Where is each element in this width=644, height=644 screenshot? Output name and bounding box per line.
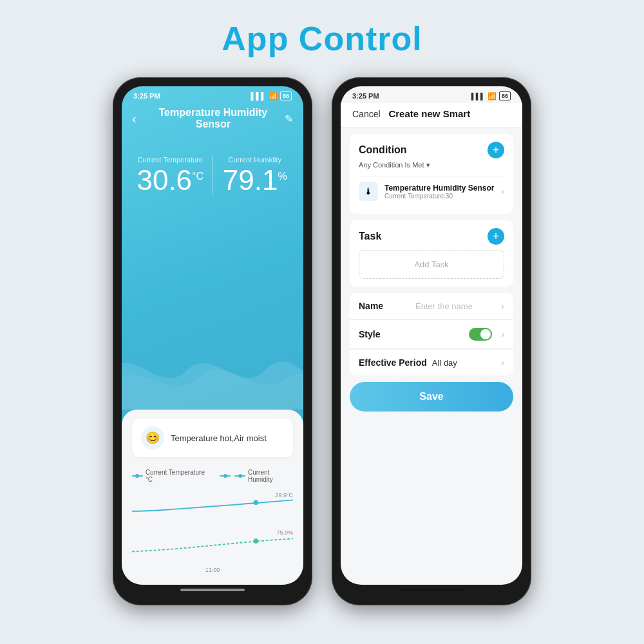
metrics-section: Current Temperature 30.6°C Current Humid… — [122, 137, 303, 207]
style-chevron[interactable]: › — [501, 329, 504, 339]
phone-2: 3:25 PM ▌▌▌ 📶 86 Cancel Create new Smart — [332, 77, 531, 605]
phone1-screen: 3:25 PM ▌▌▌ 📶 86 ‹ Temperature Humidity … — [122, 86, 303, 585]
temp-value: 30.6°C — [135, 166, 206, 194]
name-placeholder[interactable]: Enter the name — [410, 301, 501, 311]
form-fields: Name Enter the name › Style › — [350, 293, 513, 375]
sensor-chevron[interactable]: › — [501, 186, 504, 196]
humidity-metric: Current Humidity 79.1% — [220, 156, 291, 194]
save-button[interactable]: Save — [350, 382, 513, 412]
legend-humidity-line2 — [234, 475, 245, 477]
style-toggle[interactable] — [469, 328, 492, 341]
name-chevron[interactable]: › — [501, 301, 504, 311]
style-label: Style — [359, 329, 410, 339]
condition-subtitle: Any Condition Is Met ▾ — [359, 161, 504, 169]
legend-humidity-line — [220, 475, 231, 477]
name-row: Name Enter the name › — [350, 293, 513, 319]
task-add-button[interactable]: + — [488, 228, 504, 245]
temp-label: Current Temperature — [135, 156, 206, 164]
phone1-home-indicator — [180, 589, 245, 591]
chart-area: 29.9°C 75.9% 11:00 — [132, 487, 293, 576]
phone2-status-bar: 3:25 PM ▌▌▌ 📶 86 — [341, 86, 522, 103]
legend-temp-label: Current Temperature °C — [146, 469, 209, 483]
phone2-wifi-icon: 📶 — [488, 92, 497, 100]
legend-temp: Current Temperature °C — [132, 469, 209, 483]
status-emoji: 😊 — [141, 426, 164, 450]
phone2-content: Condition + Any Condition Is Met ▾ 🌡 Tem… — [341, 128, 522, 585]
style-right: › — [469, 328, 504, 341]
svg-point-1 — [253, 538, 258, 544]
humidity-chart: 75.9% — [132, 529, 293, 562]
phones-container: 3:25 PM ▌▌▌ 📶 86 ‹ Temperature Humidity … — [113, 77, 531, 605]
sensor-icon: 🌡 — [359, 182, 378, 201]
condition-dropdown-arrow[interactable]: ▾ — [426, 161, 430, 169]
chart-legend: Current Temperature °C Current Humidity — [132, 465, 293, 487]
edit-button[interactable]: ✎ — [285, 113, 293, 125]
style-row: Style › — [350, 319, 513, 349]
wave-svg — [122, 332, 303, 410]
phone1-status-bar: 3:25 PM ▌▌▌ 📶 86 — [122, 86, 303, 103]
legend-humidity: Current Humidity — [220, 469, 293, 483]
wifi-icon: 📶 — [269, 92, 278, 100]
status-message: Temperature hot,Air moist — [171, 433, 267, 443]
phone2-time: 3:25 PM — [352, 92, 379, 100]
humidity-unit: % — [278, 171, 287, 182]
task-header: Task + — [359, 228, 504, 245]
humidity-value: 79.1% — [220, 166, 291, 194]
phone1-bottom-section: 😊 Temperature hot,Air moist Current Temp… — [122, 410, 303, 585]
humidity-label: Current Humidity — [220, 156, 291, 164]
chart-time-label: 11:00 — [132, 567, 293, 573]
cancel-button[interactable]: Cancel — [352, 109, 381, 119]
phone2-header: Cancel Create new Smart — [341, 103, 522, 128]
temp-unit: °C — [192, 171, 204, 182]
back-button[interactable]: ‹ — [132, 111, 137, 126]
phone1-status-icons: ▌▌▌ 📶 86 — [251, 91, 292, 100]
legend-temp-line — [132, 475, 143, 477]
phone1-time: 3:25 PM — [133, 92, 160, 100]
effective-period-value: All day — [427, 358, 502, 368]
effective-period-chevron[interactable]: › — [501, 357, 504, 368]
temp-chart-label: 29.9°C — [275, 492, 293, 498]
temp-chart: 29.9°C — [132, 492, 293, 524]
metric-divider — [213, 156, 213, 194]
phone1-header: ‹ Temperature Humidity Sensor ✎ — [122, 103, 303, 137]
create-smart-title: Create new Smart — [388, 108, 470, 119]
condition-section: Condition + Any Condition Is Met ▾ 🌡 Tem… — [350, 134, 513, 214]
add-task-label: Add Task — [414, 260, 448, 269]
temperature-metric: Current Temperature 30.6°C — [135, 156, 206, 194]
signal-icon: ▌▌▌ — [251, 92, 266, 100]
sensor-row: 🌡 Temperature Humidity Sensor Current Te… — [359, 176, 504, 206]
effective-period-row: Effective Period All day › — [350, 349, 513, 375]
condition-header: Condition + — [359, 142, 504, 158]
phone2-battery-icon: 86 — [499, 91, 511, 100]
phone2-home-indicator — [399, 589, 464, 591]
legend-humidity-label: Current Humidity — [248, 469, 293, 483]
page-title: App Control — [222, 19, 422, 58]
status-card: 😊 Temperature hot,Air moist — [132, 419, 293, 457]
sensor-detail: Current Temperature:30 — [384, 193, 495, 200]
phone2-screen: 3:25 PM ▌▌▌ 📶 86 Cancel Create new Smart — [341, 86, 522, 585]
phone-1: 3:25 PM ▌▌▌ 📶 86 ‹ Temperature Humidity … — [113, 77, 312, 605]
sensor-info: Temperature Humidity Sensor Current Temp… — [384, 184, 495, 200]
wave-decoration — [122, 207, 303, 410]
sensor-name: Temperature Humidity Sensor — [384, 184, 495, 193]
humidity-chart-label: 75.9% — [276, 529, 293, 536]
phone2-status-icons: ▌▌▌ 📶 86 — [471, 91, 511, 100]
task-section: Task + Add Task — [350, 220, 513, 287]
condition-add-button[interactable]: + — [488, 142, 504, 158]
condition-title: Condition — [359, 144, 407, 156]
svg-point-0 — [253, 500, 258, 505]
battery-icon: 86 — [280, 91, 292, 100]
name-label: Name — [359, 301, 410, 311]
phone2-signal-icon: ▌▌▌ — [471, 93, 485, 100]
add-task-box[interactable]: Add Task — [359, 250, 504, 279]
effective-period-label: Effective Period — [359, 357, 427, 368]
phone1-title: Temperature Humidity Sensor — [142, 107, 285, 130]
task-title: Task — [359, 231, 381, 242]
